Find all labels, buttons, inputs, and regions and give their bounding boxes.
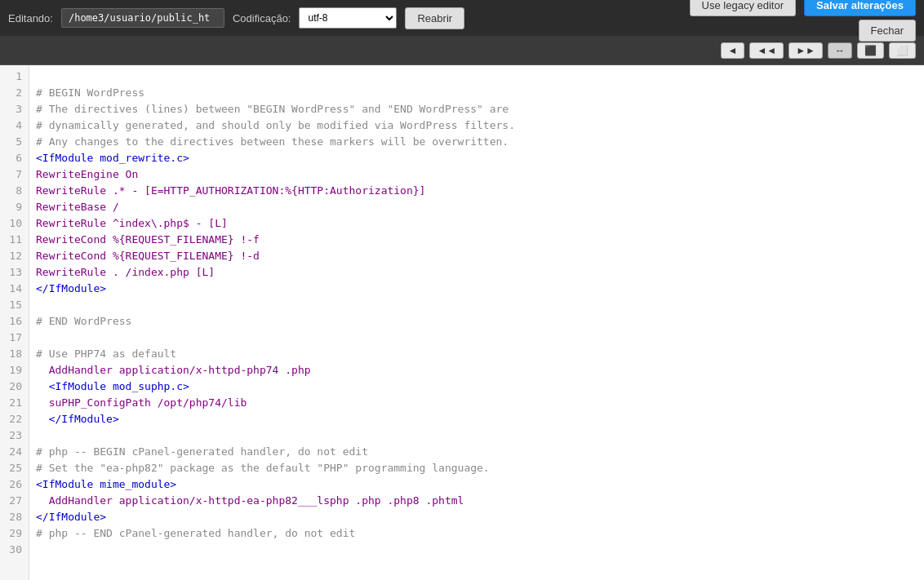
line-number: 16 xyxy=(0,313,29,330)
line-numbers: 1234567891011121314151617181920212223242… xyxy=(0,65,29,580)
codificacao-label: Codificação: xyxy=(233,12,291,24)
line-number: 15 xyxy=(0,297,29,313)
line-number: 5 xyxy=(0,134,29,150)
code-line: </IfModule> xyxy=(36,281,917,297)
encoding-select[interactable]: utf-8 xyxy=(299,7,397,29)
line-number: 6 xyxy=(0,150,29,166)
line-number: 8 xyxy=(0,183,29,199)
line-number: 1 xyxy=(0,69,29,85)
editando-label: Editando: xyxy=(8,12,53,24)
main-toolbar: Editando: Codificação: utf-8 Reabrir Use… xyxy=(0,0,924,36)
salvar-button[interactable]: Salvar alterações xyxy=(804,0,916,16)
code-line: RewriteRule . /index.php [L] xyxy=(36,264,917,281)
line-number: 22 xyxy=(0,411,29,427)
code-line: RewriteRule .* - [E=HTTP_AUTHORIZATION:%… xyxy=(36,183,917,199)
filepath-input[interactable] xyxy=(61,8,224,28)
toolbar2-btn3[interactable]: ►► xyxy=(789,42,823,59)
line-number: 27 xyxy=(0,493,29,509)
code-line: AddHandler application/x-httpd-ea-php82_… xyxy=(36,493,917,509)
code-line: # The directives (lines) between "BEGIN … xyxy=(36,101,917,117)
code-line: <IfModule mod_rewrite.c> xyxy=(36,150,917,166)
code-line xyxy=(36,427,917,444)
code-line: RewriteBase / xyxy=(36,199,917,215)
line-number: 25 xyxy=(0,460,29,476)
code-line: # Set the "ea-php82" package as the defa… xyxy=(36,460,917,476)
toolbar2-btn5[interactable]: ⬜ xyxy=(889,42,916,59)
code-area[interactable]: # BEGIN WordPress# The directives (lines… xyxy=(29,65,924,580)
line-number: 17 xyxy=(0,330,29,346)
code-line: AddHandler application/x-httpd-php74 .ph… xyxy=(36,362,917,379)
reabrir-button[interactable]: Reabrir xyxy=(405,7,464,29)
line-number: 19 xyxy=(0,362,29,379)
legacy-editor-button[interactable]: Use legacy editor xyxy=(690,0,796,16)
toolbar2-btn4[interactable]: ⬛ xyxy=(857,42,884,59)
toolbar-right-group: Use legacy editor Salvar alterações Fech… xyxy=(690,0,916,42)
line-number: 4 xyxy=(0,117,29,134)
line-number: 7 xyxy=(0,166,29,183)
fechar-button[interactable]: Fechar xyxy=(859,20,916,42)
code-line: <IfModule mod_suphp.c> xyxy=(36,379,917,395)
line-number: 9 xyxy=(0,199,29,215)
toolbar-row1: Use legacy editor Salvar alterações xyxy=(690,0,916,16)
code-line: # dynamically generated, and should only… xyxy=(36,117,917,134)
code-line: # Any changes to the directives between … xyxy=(36,134,917,150)
toolbar-row2: Fechar xyxy=(859,20,916,42)
line-number: 10 xyxy=(0,215,29,232)
line-number: 11 xyxy=(0,232,29,248)
code-line: # BEGIN WordPress xyxy=(36,85,917,101)
code-line: RewriteEngine On xyxy=(36,166,917,183)
line-number: 30 xyxy=(0,542,29,558)
code-line: # END WordPress xyxy=(36,313,917,330)
code-line xyxy=(36,297,917,313)
line-number: 13 xyxy=(0,264,29,281)
code-line: </IfModule> xyxy=(36,509,917,525)
line-number: 24 xyxy=(0,444,29,460)
line-number: 28 xyxy=(0,509,29,525)
code-line: # php -- BEGIN cPanel-generated handler,… xyxy=(36,444,917,460)
toolbar2-btn1[interactable]: ◄ xyxy=(721,42,745,59)
line-number: 2 xyxy=(0,85,29,101)
code-line: RewriteRule ^index\.php$ - [L] xyxy=(36,215,917,232)
code-line: suPHP_ConfigPath /opt/php74/lib xyxy=(36,395,917,411)
line-number: 21 xyxy=(0,395,29,411)
code-line: <IfModule mime_module> xyxy=(36,476,917,493)
line-number: 14 xyxy=(0,281,29,297)
line-number: 29 xyxy=(0,525,29,542)
code-line: RewriteCond %{REQUEST_FILENAME} !-d xyxy=(36,248,917,264)
line-number: 23 xyxy=(0,427,29,444)
line-number: 26 xyxy=(0,476,29,493)
editor-container: 1234567891011121314151617181920212223242… xyxy=(0,65,924,580)
line-number: 12 xyxy=(0,248,29,264)
toolbar2-arrow-btn[interactable]: ↔ xyxy=(828,42,852,59)
line-number: 20 xyxy=(0,379,29,395)
code-line xyxy=(36,542,917,558)
code-line: RewriteCond %{REQUEST_FILENAME} !-f xyxy=(36,232,917,248)
line-number: 3 xyxy=(0,101,29,117)
toolbar2-btn2[interactable]: ◄◄ xyxy=(749,42,784,59)
code-line: </IfModule> xyxy=(36,411,917,427)
code-line: # Use PHP74 as default xyxy=(36,346,917,362)
line-number: 18 xyxy=(0,346,29,362)
code-line xyxy=(36,69,917,85)
code-line: # php -- END cPanel-generated handler, d… xyxy=(36,525,917,542)
code-line xyxy=(36,330,917,346)
